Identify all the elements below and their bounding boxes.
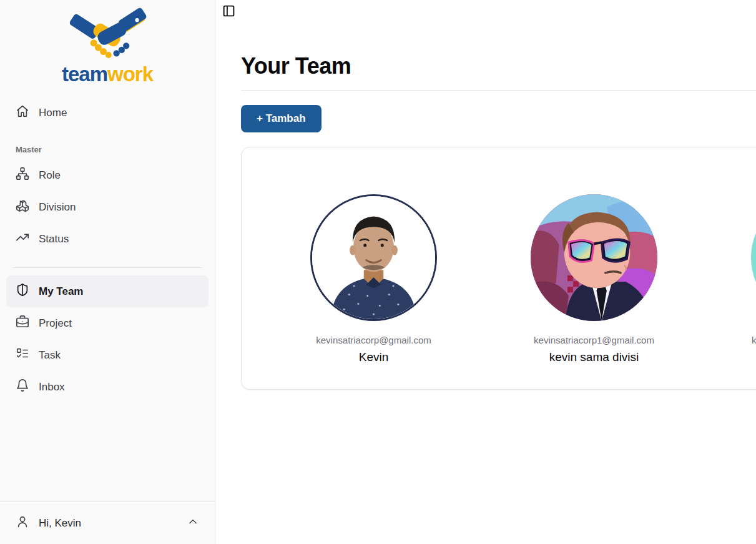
logo-word-team: team (62, 62, 107, 86)
sidebar-item-label: Task (39, 349, 61, 362)
main-content: Your Team + Tambah (215, 0, 756, 544)
sidebar-item-home[interactable]: Home (6, 97, 209, 129)
sidebar-item-label: Home (39, 107, 67, 119)
user-menu[interactable]: Hi, Kevin (0, 502, 215, 544)
sidebar-toggle-button[interactable] (222, 4, 235, 17)
person-icon (16, 515, 29, 532)
member-email: k (704, 335, 756, 345)
sidebar-spacer (0, 403, 215, 502)
sidebar-item-my-team[interactable]: My Team (6, 275, 209, 307)
teamwork-logo[interactable]: teamwork (62, 7, 153, 84)
sidebar-nav: Home Master Role Division Status (0, 97, 215, 403)
title-divider (241, 90, 756, 91)
handshake-icon (62, 7, 153, 62)
sidebar-item-division[interactable]: Division (6, 191, 209, 223)
app-window: teamwork Home Master Role Division (0, 0, 756, 544)
team-member-card[interactable]: kevinsatriacorp1@gmail.com kevin sama di… (484, 194, 704, 389)
boxes-icon (16, 199, 29, 215)
shield-icon (16, 283, 29, 300)
team-members-card: kevinsatriacorp@gmail.com Kevin (241, 147, 756, 390)
checklist-icon (16, 347, 29, 363)
user-greeting: Hi, Kevin (39, 517, 81, 530)
sidebar-item-label: Division (39, 201, 76, 214)
team-member-card[interactable]: k (704, 194, 756, 389)
sidebar-item-label: Project (39, 317, 72, 330)
chevron-up-icon (187, 515, 199, 531)
add-member-button[interactable]: + Tambah (241, 105, 322, 132)
member-email: kevinsatriacorp@gmail.com (316, 335, 431, 345)
sidebar-section-master: Master (16, 145, 199, 154)
sidebar-item-label: My Team (39, 285, 84, 298)
member-avatar-photo (310, 194, 437, 321)
member-email: kevinsatriacorp1@gmail.com (534, 335, 654, 345)
trending-up-icon (16, 230, 29, 247)
sidebar-item-label: Role (39, 169, 61, 182)
logo-wordmark: teamwork (62, 64, 153, 84)
home-icon (16, 104, 29, 121)
sidebar: teamwork Home Master Role Division (0, 0, 215, 544)
sidebar-item-project[interactable]: Project (6, 307, 209, 339)
sidebar-divider (12, 267, 202, 268)
team-member-card[interactable]: kevinsatriacorp@gmail.com Kevin (263, 194, 484, 389)
page-title: Your Team (241, 53, 756, 79)
bell-icon (16, 378, 29, 395)
sidebar-item-task[interactable]: Task (6, 339, 209, 371)
org-chart-icon (16, 167, 29, 184)
sidebar-item-label: Inbox (39, 381, 65, 393)
logo-word-work: work (107, 62, 153, 86)
page-content: Your Team + Tambah (215, 0, 756, 390)
sidebar-item-role[interactable]: Role (6, 159, 209, 191)
sidebar-item-inbox[interactable]: Inbox (6, 371, 209, 403)
sidebar-item-label: Status (39, 233, 69, 245)
briefcase-icon (16, 315, 29, 332)
member-name: kevin sama divisi (549, 350, 639, 364)
member-avatar-cartoon (531, 194, 657, 321)
member-name: Kevin (359, 350, 389, 364)
sidebar-item-status[interactable]: Status (6, 223, 209, 255)
panel-left-icon (222, 10, 235, 19)
member-avatar-teal (751, 194, 756, 321)
